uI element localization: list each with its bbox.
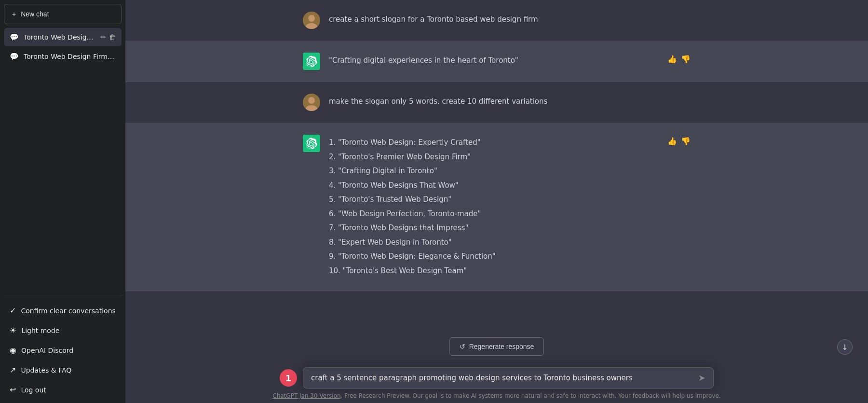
assistant-variations-content: 1. "Toronto Web Design: Expertly Crafted… xyxy=(329,135,691,279)
user-avatar2 xyxy=(303,94,320,111)
clear-label: Confirm clear conversations xyxy=(21,307,115,315)
user-badge: 1 xyxy=(280,369,297,387)
variations-list: 1. "Toronto Web Design: Expertly Crafted… xyxy=(329,137,691,277)
list-item: 10. "Toronto's Best Web Design Team" xyxy=(329,265,691,278)
scroll-down-icon: ↓ xyxy=(841,343,848,352)
regenerate-icon: ↺ xyxy=(460,343,465,350)
chat-list: 💬 Toronto Web Design Sl ✏ 🗑 💬 Toronto We… xyxy=(4,28,122,297)
thumbs-up-icon2[interactable]: 👍 xyxy=(667,137,677,146)
chat-messages: create a short slogan for a Toronto base… xyxy=(125,0,868,332)
delete-icon[interactable]: 🗑 xyxy=(109,33,116,41)
list-item: 6. "Web Design Perfection, Toronto-made" xyxy=(329,208,691,221)
assistant-message1-text: "Crafting digital experiences in the hea… xyxy=(329,56,518,65)
scroll-bottom-button[interactable]: ↓ xyxy=(837,339,853,355)
sidebar-item-logout[interactable]: ↩ Log out xyxy=(4,380,122,399)
sidebar-bottom: ✓ Confirm clear conversations ☀ Light mo… xyxy=(4,297,122,399)
regenerate-button[interactable]: ↺ Regenerate response xyxy=(449,337,544,356)
logout-label: Log out xyxy=(21,386,46,394)
main-chat: create a short slogan for a Toronto base… xyxy=(125,0,868,403)
message-inner-u2: make the slogan only 5 words. create 10 … xyxy=(280,94,714,111)
external-link-icon: ↗ xyxy=(10,365,16,375)
assistant-message1-content: "Crafting digital experiences in the hea… xyxy=(329,53,691,67)
message-inner-a1: "Crafting digital experiences in the hea… xyxy=(280,53,714,70)
updates-label: Updates & FAQ xyxy=(21,366,71,374)
svg-point-4 xyxy=(308,97,315,104)
sidebar-item-clear[interactable]: ✓ Confirm clear conversations xyxy=(4,301,122,320)
thumbs-down-icon[interactable]: 👎 xyxy=(681,55,691,64)
message-row-user2: make the slogan only 5 words. create 10 … xyxy=(125,82,868,123)
user-message2-content: make the slogan only 5 words. create 10 … xyxy=(329,94,691,108)
chat-label2: Toronto Web Design Firm CTA xyxy=(24,53,116,60)
message-feedback2: 👍 👎 xyxy=(667,137,691,146)
new-chat-label: New chat xyxy=(21,10,49,18)
svg-point-1 xyxy=(308,15,315,22)
discord-label: OpenAI Discord xyxy=(21,347,73,354)
list-item: 7. "Toronto Web Designs that Impress" xyxy=(329,222,691,235)
list-item: 8. "Expert Web Design in Toronto" xyxy=(329,236,691,249)
regenerate-bar: ↺ Regenerate response xyxy=(125,332,868,361)
thumbs-down-icon2[interactable]: 👎 xyxy=(681,137,691,146)
edit-icon[interactable]: ✏ xyxy=(100,33,106,41)
thumbs-up-icon[interactable]: 👍 xyxy=(667,55,677,64)
list-item: 4. "Toronto Web Designs That Wow" xyxy=(329,180,691,192)
gpt-avatar xyxy=(303,53,320,70)
discord-icon: ◉ xyxy=(10,346,16,355)
list-item: 5. "Toronto's Trusted Web Design" xyxy=(329,194,691,206)
input-area: 1 ➤ ChatGPT Jan 30 Version. Free Researc… xyxy=(125,361,868,403)
footer-text: . Free Research Preview. Our goal is to … xyxy=(341,392,721,399)
chat-label: Toronto Web Design Sl xyxy=(24,33,95,41)
user-avatar xyxy=(303,12,320,29)
regenerate-label: Regenerate response xyxy=(469,343,534,350)
sidebar-item-updates[interactable]: ↗ Updates & FAQ xyxy=(4,361,122,379)
sidebar-item-chat2[interactable]: 💬 Toronto Web Design Firm CTA xyxy=(4,47,122,66)
send-button[interactable]: ➤ xyxy=(698,373,705,383)
message-row-user1: create a short slogan for a Toronto base… xyxy=(125,0,868,41)
sidebar: + New chat 💬 Toronto Web Design Sl ✏ 🗑 💬… xyxy=(0,0,125,403)
message-feedback: 👍 👎 xyxy=(667,55,691,64)
message-content: create a short slogan for a Toronto base… xyxy=(329,12,691,26)
list-item: 2. "Toronto's Premier Web Design Firm" xyxy=(329,151,691,164)
chat-actions: ✏ 🗑 xyxy=(100,33,116,41)
message-row-assistant1: "Crafting digital experiences in the hea… xyxy=(125,41,868,82)
sidebar-item-light-mode[interactable]: ☀ Light mode xyxy=(4,321,122,340)
message-inner: create a short slogan for a Toronto base… xyxy=(280,12,714,29)
input-footer: ChatGPT Jan 30 Version. Free Research Pr… xyxy=(272,392,720,399)
input-row: 1 ➤ xyxy=(280,367,714,389)
input-wrapper: ➤ xyxy=(303,367,714,389)
gpt-avatar2 xyxy=(303,135,320,152)
message-inner-a2: 1. "Toronto Web Design: Expertly Crafted… xyxy=(280,135,714,279)
sidebar-item-discord[interactable]: ◉ OpenAI Discord xyxy=(4,341,122,360)
chat-bubble-icon: 💬 xyxy=(10,33,19,42)
user-message2-text: make the slogan only 5 words. create 10 … xyxy=(329,97,547,106)
message-row-assistant2: 1. "Toronto Web Design: Expertly Crafted… xyxy=(125,123,868,291)
logout-icon: ↩ xyxy=(10,385,16,394)
sun-icon: ☀ xyxy=(10,326,16,335)
user-message1-text: create a short slogan for a Toronto base… xyxy=(329,15,538,24)
chat-bubble-icon2: 💬 xyxy=(10,52,19,61)
send-icon: ➤ xyxy=(698,373,705,383)
plus-icon: + xyxy=(12,10,16,18)
chat-input[interactable] xyxy=(311,374,694,382)
list-item: 3. "Crafting Digital in Toronto" xyxy=(329,165,691,178)
chatgpt-version-link[interactable]: ChatGPT Jan 30 Version xyxy=(272,392,340,399)
list-item: 1. "Toronto Web Design: Expertly Crafted… xyxy=(329,137,691,149)
light-mode-label: Light mode xyxy=(21,327,59,334)
sidebar-item-chat1[interactable]: 💬 Toronto Web Design Sl ✏ 🗑 xyxy=(4,28,122,46)
new-chat-button[interactable]: + New chat xyxy=(4,4,122,24)
check-icon: ✓ xyxy=(10,306,16,315)
list-item: 9. "Toronto Web Design: Elegance & Funct… xyxy=(329,250,691,263)
